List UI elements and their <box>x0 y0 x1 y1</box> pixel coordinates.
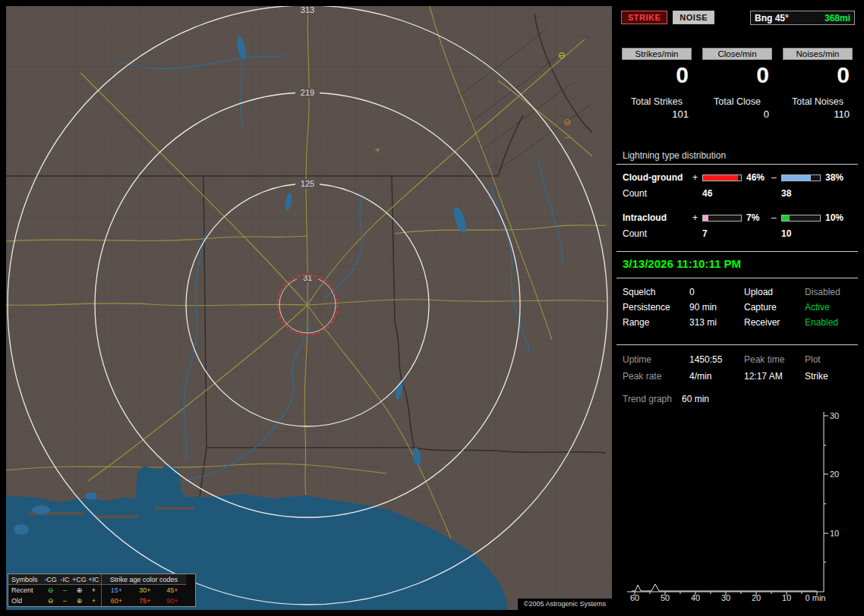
bearing-label: Bng 45° <box>755 13 789 24</box>
plot-label: Plot <box>805 354 858 365</box>
bearing-display: Bng 45° 368mi <box>750 11 855 25</box>
map-view[interactable]: 313 219 125 31 ⊖ ⊖ – + Symbols -CG -IC +… <box>6 6 612 610</box>
trend-graph: 30 20 10 60 50 40 30 20 10 0 min <box>616 409 858 611</box>
age-60: 60+ <box>101 596 131 606</box>
ic-minus-old-icon: – <box>58 596 72 606</box>
system-datetime: 3/13/2026 11:10:11 PM <box>616 252 858 275</box>
minus-sign: – <box>771 172 781 183</box>
stats-row-2: Peak rate 4/min 12:17 AM Strike <box>616 368 858 385</box>
noises-per-min-header[interactable]: Noises/min <box>783 48 853 60</box>
close-column: Close/min 0 Total Close 0 <box>702 48 772 120</box>
ic-plus-bar-fill <box>703 215 708 221</box>
ic-plus-count: 7 <box>702 228 744 239</box>
peak-rate-label: Peak rate <box>623 371 689 382</box>
noises-per-min-value: 0 <box>783 60 853 89</box>
range-label-313: 313 <box>301 6 314 14</box>
ic-minus-bar-fill <box>782 215 790 221</box>
noise-symbol: ⊖ <box>563 117 571 127</box>
peak-time-value: 12:17 AM <box>744 371 805 382</box>
trend-graph-header: Trend graph 60 min <box>616 394 858 404</box>
strike-symbol: + <box>374 145 380 156</box>
ic-minus-count: 10 <box>781 228 823 239</box>
intracloud-row: Intracloud + 7% – 10% <box>616 211 858 225</box>
ic-minus-percent: 10% <box>823 212 858 223</box>
strikes-per-min-header[interactable]: Strikes/min <box>622 48 692 60</box>
cg-plus-bar-fill <box>703 175 738 181</box>
range-label-31: 31 <box>303 273 312 282</box>
close-per-min-value: 0 <box>702 60 772 89</box>
upload-label: Upload <box>744 287 805 297</box>
panel-header: STRIKE NOISE Bng 45° 368mi <box>616 6 858 25</box>
divider <box>616 278 858 278</box>
range-label-125: 125 <box>301 179 314 188</box>
range-value: 313 mi <box>689 317 744 328</box>
strikes-per-min-value: 0 <box>622 60 692 89</box>
upload-status: Disabled <box>805 287 858 297</box>
cg-minus-bar-fill <box>782 175 811 181</box>
total-noises-value: 110 <box>783 108 853 120</box>
x-tick-60: 60 <box>630 593 639 602</box>
age-75: 75+ <box>131 596 159 606</box>
minus-sign: – <box>771 212 781 223</box>
noises-column: Noises/min 0 Total Noises 110 <box>783 48 853 120</box>
noise-indicator-button[interactable]: NOISE <box>673 11 714 24</box>
cg-plus-recent-icon: ⊕ <box>72 585 87 596</box>
uptime-label: Uptime <box>623 354 689 365</box>
cg-minus-old-icon: ⊖ <box>43 596 58 606</box>
plus-sign: + <box>692 212 702 223</box>
legend-col-cg-minus: -CG <box>43 574 58 585</box>
ic-minus-recent-icon: – <box>58 585 72 596</box>
cg-plus-bar <box>702 174 742 181</box>
close-per-min-header[interactable]: Close/min <box>702 48 772 60</box>
age-30: 30+ <box>131 585 159 596</box>
legend-row-old-label: Old <box>8 596 43 606</box>
total-close-label: Total Close <box>702 96 772 107</box>
legend-col-cg-plus: +CG <box>72 574 87 585</box>
ic-plus-percent: 7% <box>744 212 771 223</box>
cloud-ground-row: Cloud-ground + 46% – 38% <box>616 171 858 184</box>
total-strikes-value: 101 <box>622 108 692 120</box>
legend-col-ic-plus: +IC <box>87 574 101 585</box>
count-label: Count <box>623 188 692 199</box>
capture-status: Active <box>805 302 858 313</box>
divider <box>616 344 858 345</box>
range-label: Range <box>623 317 689 328</box>
x-tick-50: 50 <box>661 593 670 602</box>
peak-time-label: Peak time <box>744 354 805 365</box>
cg-minus-percent: 38% <box>823 172 858 183</box>
receiver-status: Enabled <box>805 317 858 328</box>
total-close-value: 0 <box>702 108 772 120</box>
map-canvas[interactable]: 313 219 125 31 ⊖ ⊖ – + <box>6 6 612 610</box>
rate-counters: Strikes/min 0 Total Strikes 101 Close/mi… <box>616 48 858 120</box>
legend-age-header: Strike age color codes <box>101 574 186 585</box>
stats-row-1: Uptime 1450:55 Peak time Plot <box>616 351 858 368</box>
bearing-range-value: 368mi <box>825 13 850 24</box>
trend-graph-label: Trend graph <box>623 394 682 404</box>
control-panel: STRIKE NOISE Bng 45° 368mi Strikes/min 0… <box>616 6 858 610</box>
ic-plus-recent-icon: + <box>87 585 101 596</box>
trend-graph-window: 60 min <box>682 394 709 404</box>
distribution-title: Lightning type distribution <box>616 150 858 165</box>
map-legend: Symbols -CG -IC +CG +IC Strike age color… <box>8 574 196 607</box>
uptime-value: 1450:55 <box>689 354 744 365</box>
cloud-ground-label: Cloud-ground <box>623 172 692 183</box>
y-tick-20: 20 <box>830 470 839 479</box>
strikes-column: Strikes/min 0 Total Strikes 101 <box>622 48 692 120</box>
cg-minus-bar <box>781 174 821 181</box>
status-row-range: Range 313 mi Receiver Enabled <box>616 315 858 330</box>
plot-value: Strike <box>805 371 858 382</box>
cg-plus-percent: 46% <box>744 172 771 183</box>
legend-symbols-header: Symbols <box>8 574 43 585</box>
cloud-ground-count-row: Count 46 38 <box>616 187 858 200</box>
squelch-value: 0 <box>689 287 744 297</box>
persistence-value: 90 min <box>689 302 744 313</box>
x-tick-0: 0 min <box>806 593 826 602</box>
squelch-label: Squelch <box>623 287 689 297</box>
strike-indicator-button[interactable]: STRIKE <box>621 11 667 24</box>
cg-minus-recent-icon: ⊖ <box>43 585 58 596</box>
intracloud-label: Intracloud <box>623 212 692 223</box>
age-45: 45+ <box>159 585 186 596</box>
noise-symbol: ⊖ <box>558 50 566 61</box>
total-noises-label: Total Noises <box>783 96 853 107</box>
ic-plus-bar <box>702 215 742 222</box>
